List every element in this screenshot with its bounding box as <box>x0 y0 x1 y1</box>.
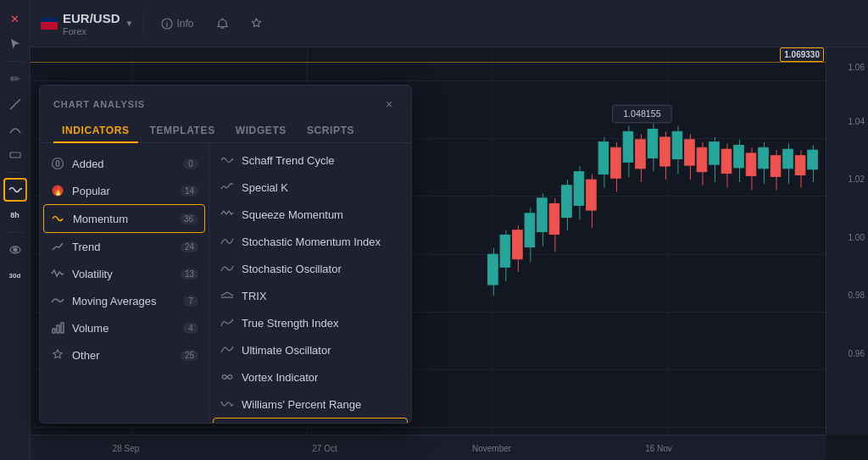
separator-3 <box>7 232 24 233</box>
trend-label: Trend <box>72 241 174 253</box>
svg-text:1.048155: 1.048155 <box>623 108 660 119</box>
svg-rect-59 <box>648 130 658 158</box>
svg-rect-92 <box>53 329 55 333</box>
svg-rect-75 <box>734 145 744 167</box>
time-label: 27 Oct <box>312 444 337 453</box>
svg-rect-71 <box>709 142 720 164</box>
left-sidebar: ✕ ✏ 8h 30d <box>0 0 31 460</box>
svg-rect-1 <box>10 152 20 158</box>
volume-label: Volume <box>72 322 176 335</box>
popular-badge: 14 <box>181 186 198 197</box>
svg-rect-53 <box>611 147 621 178</box>
volatility-icon <box>50 266 65 281</box>
price-label: 1.06 <box>849 62 865 71</box>
panel-body: 0 Added 0 🔥 Popular 14 <box>40 143 411 423</box>
vortex-label: Vortex Indicator <box>242 371 318 384</box>
panel-title: CHART ANALYSIS <box>53 99 145 109</box>
category-popular[interactable]: 🔥 Popular 14 <box>40 177 209 204</box>
category-moving-averages[interactable]: Moving Averages 7 <box>40 287 209 314</box>
indicator-schaff[interactable]: Schaff Trend Cycle <box>209 147 411 174</box>
vortex-icon <box>220 369 235 385</box>
separator-2 <box>7 172 24 173</box>
category-momentum[interactable]: Momentum 36 <box>43 204 205 233</box>
indicator-vortex[interactable]: Vortex Indicator <box>209 363 411 391</box>
svg-rect-33 <box>488 254 498 285</box>
alert-button[interactable] <box>210 12 234 36</box>
indicator-woodies-cci[interactable]: Woodies CCI <box>213 418 408 423</box>
special-k-label: Special K <box>242 181 288 194</box>
panel-header: CHART ANALYSIS × <box>40 86 411 113</box>
wave-tool[interactable] <box>3 178 27 202</box>
time-label: November <box>472 444 511 453</box>
bell-icon <box>216 17 229 30</box>
popular-label: Popular <box>72 185 174 197</box>
ma-label: Moving Averages <box>72 295 176 308</box>
info-icon: i <box>161 18 173 30</box>
svg-rect-49 <box>587 180 597 210</box>
line-tool[interactable] <box>3 92 27 116</box>
timeframe-8h[interactable]: 8h <box>3 203 27 227</box>
added-label: Added <box>72 158 176 170</box>
ult-osc-icon <box>220 342 235 357</box>
squeeze-icon <box>220 207 235 222</box>
divider-1 <box>143 11 144 36</box>
cursor-tool[interactable] <box>3 32 27 56</box>
time-label: 28 Sep <box>113 444 140 453</box>
info-label: Info <box>176 18 193 30</box>
category-other[interactable]: Other 25 <box>40 341 209 369</box>
special-k-icon <box>220 180 235 195</box>
svg-point-3 <box>14 248 17 252</box>
indicator-squeeze[interactable]: Squeeze Momentum <box>209 201 411 228</box>
fib-tool[interactable] <box>3 118 27 141</box>
price-label: 1.04 <box>849 116 865 125</box>
svg-rect-79 <box>759 147 769 169</box>
indicators-list: Schaff Trend Cycle Special K Squee <box>209 143 411 423</box>
tab-templates[interactable]: TEMPLATES <box>142 119 224 143</box>
close-button[interactable]: ✕ <box>3 7 27 30</box>
momentum-icon <box>51 211 66 226</box>
info-button[interactable]: i Info <box>154 14 200 33</box>
svg-rect-77 <box>746 153 756 175</box>
stoch-osc-label: Stochastic Oscillator <box>242 263 342 275</box>
price-label: 1.00 <box>849 232 865 241</box>
pencil-tool[interactable]: ✏ <box>3 67 27 91</box>
other-label: Other <box>72 349 174 362</box>
indicator-williams[interactable]: Williams' Percent Range <box>209 391 411 418</box>
tab-indicators[interactable]: INDICATORS <box>53 119 138 143</box>
trix-icon <box>220 288 235 303</box>
stoch-mom-icon <box>220 234 235 249</box>
volatility-badge: 13 <box>181 269 198 280</box>
other-icon <box>50 347 65 363</box>
category-volume[interactable]: Volume 4 <box>40 314 209 341</box>
indicator-special-k[interactable]: Special K <box>209 174 411 201</box>
category-volatility[interactable]: Volatility 13 <box>40 260 209 287</box>
svg-rect-51 <box>598 142 609 175</box>
indicator-ultimate-osc[interactable]: Ultimate Oscillator <box>209 336 411 363</box>
tab-widgets[interactable]: WIDGETS <box>227 119 295 143</box>
category-trend[interactable]: Trend 24 <box>40 233 209 260</box>
svg-line-0 <box>10 99 20 109</box>
symbol-selector[interactable]: EUR/USD Forex ▼ <box>41 11 133 36</box>
ma-icon <box>50 293 65 308</box>
timeframe-30d[interactable]: 30d <box>3 263 27 287</box>
indicator-true-strength[interactable]: True Strength Index <box>209 309 411 336</box>
trix-label: TRIX <box>242 290 267 302</box>
indicator-stochastic-osc[interactable]: Stochastic Oscillator <box>209 255 411 282</box>
tab-scripts[interactable]: SCRIPTS <box>298 119 363 143</box>
trend-icon <box>50 239 65 254</box>
panel-close-button[interactable]: × <box>381 96 398 113</box>
svg-rect-94 <box>61 323 64 333</box>
favorite-button[interactable] <box>244 12 268 36</box>
eye-tool[interactable] <box>3 238 27 262</box>
svg-rect-93 <box>57 325 59 333</box>
categories-list: 0 Added 0 🔥 Popular 14 <box>40 143 209 423</box>
indicator-stochastic-momentum[interactable]: Stochastic Momentum Index <box>209 228 411 255</box>
indicator-trix[interactable]: TRIX <box>209 282 411 309</box>
svg-text:i: i <box>166 20 169 29</box>
measure-tool[interactable] <box>3 143 27 167</box>
added-badge: 0 <box>183 158 198 169</box>
category-added[interactable]: 0 Added 0 <box>40 150 209 177</box>
williams-icon <box>220 396 235 412</box>
top-bar: EUR/USD Forex ▼ i Info <box>31 0 868 47</box>
tsi-icon <box>220 315 235 330</box>
